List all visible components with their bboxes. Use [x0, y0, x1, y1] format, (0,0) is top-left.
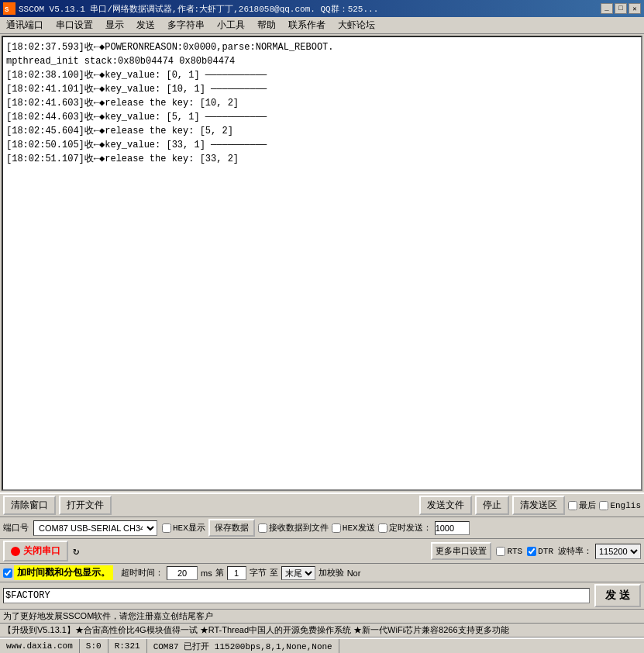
toolbar-row2: 端口号 COM87 USB-SERIAL CH340 HEX显示 保存数据 接收… — [0, 517, 644, 539]
rts-label[interactable]: RTS — [496, 547, 522, 556]
menu-display[interactable]: 显示 — [99, 17, 130, 33]
recv-file-label[interactable]: 接收数据到文件 — [258, 522, 329, 534]
svg-text:S: S — [5, 6, 9, 14]
byte-input[interactable] — [227, 566, 246, 580]
send-button[interactable]: 发 送 — [594, 584, 641, 607]
toolbar-row5: 发 送 — [0, 582, 644, 609]
timed-send-input[interactable] — [435, 521, 470, 535]
toolbar-row3: 关闭串口 ↻ 更多串口设置 RTS DTR 波特率： 115200 — [0, 539, 644, 564]
terminal-line: mpthread_init stack:0x80b04474 0x80b0447… — [6, 54, 638, 68]
timestamp-checkbox[interactable] — [3, 568, 12, 578]
clear-send-button[interactable]: 清发送区 — [512, 496, 565, 515]
hex-send-text: HEX发送 — [343, 522, 375, 534]
minimize-button[interactable]: _ — [601, 3, 613, 14]
dtr-label[interactable]: DTR — [527, 547, 553, 556]
clear-window-button[interactable]: 清除窗口 — [3, 496, 56, 515]
stop-button[interactable]: 停止 — [475, 496, 509, 515]
timeout-label: 超时时间： — [121, 567, 164, 579]
terminal-line: [18:02:37.593]收←◆POWERONREASON:0x0000,pa… — [6, 40, 638, 54]
title-bar-left: S SSCOM V5.13.1 串口/网络数据调试器,作者:大虾丁丁,26180… — [3, 2, 378, 15]
timed-send-checkbox[interactable] — [378, 523, 387, 533]
checksum-label: 加校验 — [319, 567, 344, 579]
english-checkbox-label[interactable]: Englis — [599, 501, 641, 510]
timed-send-label[interactable]: 定时发送： — [378, 522, 432, 534]
close-port-text: 关闭串口 — [23, 544, 60, 558]
menu-contact[interactable]: 联系作者 — [282, 17, 332, 33]
port-label: 端口号 — [3, 522, 29, 534]
terminal-line: [18:02:50.105]收←◆key_value: [33, 1] ————… — [6, 138, 638, 152]
status-s: S:0 — [80, 639, 108, 653]
baud-label: 波特率： — [558, 545, 592, 557]
close-port-button[interactable]: 关闭串口 — [3, 541, 68, 561]
port-select[interactable]: COM87 USB-SERIAL CH340 — [33, 520, 157, 536]
maximize-button[interactable]: □ — [615, 3, 627, 14]
english-checkbox[interactable] — [599, 501, 608, 510]
menu-multistring[interactable]: 多字符串 — [161, 17, 211, 33]
end-select[interactable]: 末尾 — [281, 566, 315, 580]
open-file-button[interactable]: 打开文件 — [59, 496, 112, 515]
timeout-input[interactable] — [167, 566, 198, 580]
rts-checkbox[interactable] — [496, 547, 505, 556]
terminal[interactable]: [18:02:37.593]收←◆POWERONREASON:0x0000,pa… — [2, 36, 642, 491]
timestamp-checkbox-label[interactable]: 加时间戳和分包显示。 — [3, 565, 113, 580]
timeout-unit: ms — [201, 568, 212, 578]
terminal-line: [18:02:45.604]收←◆release the key: [5, 2] — [6, 124, 638, 138]
recv-file-text: 接收数据到文件 — [269, 522, 329, 534]
promo-row: 为了更好地发展SSCOM软件，请您注册嘉立创结尾客户 — [0, 609, 644, 623]
byte-label: 第 — [215, 567, 224, 579]
send-input[interactable] — [3, 588, 590, 603]
upgrade-row: 【升级到V5.13.1】★合宙高性价比4G模块值得一试 ★RT-Thread中国… — [0, 623, 644, 637]
title-bar: S SSCOM V5.13.1 串口/网络数据调试器,作者:大虾丁丁,26180… — [0, 0, 644, 17]
dtr-checkbox[interactable] — [527, 547, 536, 556]
menu-forum[interactable]: 大虾论坛 — [332, 17, 381, 33]
terminal-line: [18:02:51.107]收←◆release the key: [33, 2… — [6, 152, 638, 166]
save-data-button[interactable]: 保存数据 — [208, 519, 255, 537]
last-checkbox[interactable] — [568, 501, 577, 510]
toolbar-row4: 加时间戳和分包显示。 超时时间： ms 第 字节 至 末尾 加校验 Nor — [0, 564, 644, 582]
recv-file-checkbox[interactable] — [258, 523, 267, 533]
menu-tools[interactable]: 小工具 — [211, 17, 251, 33]
last-label: 最后 — [579, 499, 596, 511]
close-button[interactable]: ✕ — [629, 3, 641, 14]
status-r: R:321 — [108, 639, 147, 653]
hex-send-label[interactable]: HEX发送 — [332, 522, 375, 534]
status-port-info: COM87 已打开 115200bps,8,1,None,None — [147, 639, 339, 653]
dtr-text: DTR — [538, 547, 553, 556]
hex-display-checkbox[interactable] — [162, 523, 171, 533]
refresh-icon[interactable]: ↻ — [73, 544, 79, 558]
byte-unit: 字节 — [250, 567, 267, 579]
promo-text: 为了更好地发展SSCOM软件，请您注册嘉立创结尾客户 — [3, 611, 213, 620]
toolbar-row1: 清除窗口 打开文件 发送文件 停止 清发送区 最后 Englis — [0, 494, 644, 517]
status-url: www.daxia.com — [0, 639, 80, 653]
title-text: SSCOM V5.13.1 串口/网络数据调试器,作者:大虾丁丁,2618058… — [19, 3, 378, 15]
menu-help[interactable]: 帮助 — [251, 17, 282, 33]
baud-area: 波特率： 115200 — [558, 544, 641, 559]
terminal-line: [18:02:38.100]收←◆key_value: [0, 1] —————… — [6, 68, 638, 82]
row2-hex-area: HEX显示 保存数据 接收数据到文件 HEX发送 定时发送： — [162, 519, 470, 537]
last-checkbox-label[interactable]: 最后 — [568, 499, 596, 511]
rts-text: RTS — [507, 547, 522, 556]
red-circle-icon — [11, 547, 20, 556]
more-port-button[interactable]: 更多串口设置 — [431, 542, 491, 560]
upgrade-text: 【升级到V5.13.1】★合宙高性价比4G模块值得一试 ★RT-Thread中国… — [3, 625, 509, 634]
status-bar: www.daxia.com S:0 R:321 COM87 已打开 115200… — [0, 637, 644, 653]
baud-select[interactable]: 115200 — [595, 544, 641, 559]
hex-display-label[interactable]: HEX显示 — [162, 522, 205, 534]
terminal-line: [18:02:44.603]收←◆key_value: [5, 1] —————… — [6, 110, 638, 124]
title-bar-buttons: _ □ ✕ — [601, 3, 641, 14]
app-icon: S — [3, 2, 15, 15]
checksum-nor: Nor — [347, 568, 361, 578]
main-content: [18:02:37.593]收←◆POWERONREASON:0x0000,pa… — [0, 34, 644, 653]
row4-right: 超时时间： ms 第 字节 至 末尾 加校验 Nor — [121, 566, 641, 580]
timed-send-text: 定时发送： — [389, 522, 432, 534]
english-label: Englis — [610, 501, 641, 510]
menu-serial-settings[interactable]: 串口设置 — [50, 17, 99, 33]
terminal-line: [18:02:41.603]收←◆release the key: [10, 2… — [6, 96, 638, 110]
terminal-line: [18:02:41.101]收←◆key_value: [10, 1] ————… — [6, 82, 638, 96]
send-file-button[interactable]: 发送文件 — [419, 496, 472, 515]
hex-send-checkbox[interactable] — [332, 523, 341, 533]
timestamp-text: 加时间戳和分包显示。 — [14, 565, 113, 580]
hex-display-text: HEX显示 — [173, 522, 205, 534]
menu-comport[interactable]: 通讯端口 — [0, 17, 50, 33]
menu-send[interactable]: 发送 — [130, 17, 161, 33]
